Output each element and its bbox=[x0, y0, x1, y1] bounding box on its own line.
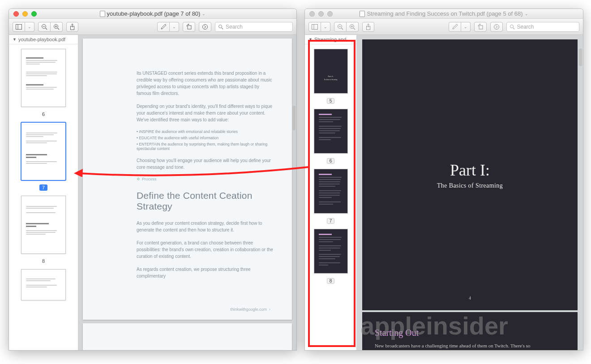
chapter-subheading: The Basics of Streaming bbox=[437, 182, 503, 189]
main-scrollbar[interactable] bbox=[579, 48, 582, 66]
svg-line-29 bbox=[513, 28, 514, 29]
view-mode-button[interactable] bbox=[308, 22, 321, 32]
preview-window-youtube: youtube-playbook.pdf (page 7 of 80) ⌄ ⌄ bbox=[9, 9, 297, 351]
body-text: For content generation, a brand can choo… bbox=[137, 240, 274, 260]
page-footer: thinkwithgoogle.com bbox=[230, 307, 267, 312]
page-thumbnail-8[interactable]: 8 bbox=[9, 196, 78, 265]
disclosure-triangle-icon[interactable]: ▼ bbox=[13, 37, 17, 42]
share-button[interactable] bbox=[66, 22, 78, 32]
markup-toolbar-button[interactable] bbox=[490, 22, 503, 32]
view-mode-dropdown[interactable]: ⌄ bbox=[25, 22, 34, 32]
zoom-out-button[interactable] bbox=[334, 22, 347, 32]
window-title: Streaming and Finding Success on Twitch.… bbox=[305, 10, 583, 17]
view-mode-button[interactable] bbox=[13, 22, 25, 32]
minimize-button[interactable] bbox=[318, 11, 324, 17]
zoom-button[interactable] bbox=[31, 11, 37, 17]
share-button[interactable] bbox=[362, 22, 374, 32]
view-mode-dropdown[interactable]: ⌄ bbox=[321, 22, 330, 32]
svg-line-19 bbox=[342, 28, 343, 30]
page-thumbnail-5[interactable]: Part I:The Basics of Streaming 5 bbox=[305, 49, 356, 104]
svg-point-13 bbox=[219, 25, 222, 28]
svg-point-28 bbox=[510, 25, 513, 28]
document-icon bbox=[100, 11, 105, 17]
list-item: EDUCATE the audience with useful informa… bbox=[137, 136, 274, 140]
search-field[interactable]: Search bbox=[215, 22, 293, 32]
section-heading: Define the Content Ceation Strategy bbox=[137, 190, 274, 212]
svg-rect-0 bbox=[16, 24, 22, 29]
page-thumbnail-7[interactable]: 7 bbox=[305, 169, 356, 224]
page-number: 4 bbox=[469, 295, 471, 300]
titlebar[interactable]: youtube-playbook.pdf (page 7 of 80) ⌄ bbox=[9, 9, 296, 19]
traffic-lights bbox=[305, 11, 333, 17]
sidebar-title: Streaming and... bbox=[314, 37, 351, 42]
svg-point-12 bbox=[203, 24, 208, 29]
list-item: ENTERTAIN the audience by surprising the… bbox=[137, 142, 274, 151]
thumbnail-list[interactable]: Part I:The Basics of Streaming 5 6 7 bbox=[305, 44, 356, 350]
title-chevron-icon[interactable]: ⌄ bbox=[525, 12, 528, 16]
thumbnail-list[interactable]: 6 7 8 bbox=[9, 44, 78, 350]
page-thumbnail-6[interactable]: 6 bbox=[305, 109, 356, 164]
document-page-5: Part I: The Basics of Streaming 4 bbox=[362, 39, 578, 310]
zoom-in-button[interactable] bbox=[51, 22, 63, 32]
page-number-label: 7 bbox=[39, 184, 47, 191]
page-number-label: 5 bbox=[327, 98, 335, 104]
zoom-out-button[interactable] bbox=[38, 22, 51, 32]
sidebar-header[interactable]: ▼ youtube-playbook.pdf bbox=[9, 35, 78, 44]
close-button[interactable] bbox=[309, 11, 315, 17]
preview-window-twitch: Streaming and Finding Success on Twitch.… bbox=[304, 9, 583, 351]
thumbnail-sidebar: ▼ Streaming and... Part I:The Basics of … bbox=[305, 35, 357, 350]
sidebar-header[interactable]: ▼ Streaming and... bbox=[305, 35, 356, 44]
page-number-label: 6 bbox=[39, 111, 47, 117]
page-thumbnail-9[interactable] bbox=[9, 269, 78, 300]
body-text: Depending on your brand's identity, you'… bbox=[137, 103, 274, 123]
svg-line-8 bbox=[58, 28, 60, 30]
toolbar: ⌄ ⌄ Search bbox=[9, 19, 296, 35]
body-text: Its UNSTAGED concert series extends this… bbox=[137, 70, 274, 97]
body-text: As regards content creation, we propose … bbox=[137, 266, 274, 279]
svg-line-4 bbox=[46, 28, 47, 30]
markup-dropdown[interactable]: ⌄ bbox=[461, 22, 471, 32]
traffic-lights bbox=[9, 11, 37, 17]
page-number-label: 6 bbox=[327, 158, 335, 164]
page-number-label: 7 bbox=[327, 218, 335, 224]
thumbnail-sidebar: ▼ youtube-playbook.pdf 6 7 8 bbox=[9, 35, 78, 350]
page-number-label: 8 bbox=[327, 278, 335, 284]
document-page-7: Its UNSTAGED concert series extends this… bbox=[83, 39, 292, 320]
watermark: appleinsider bbox=[360, 311, 508, 340]
titlebar[interactable]: Streaming and Finding Success on Twitch.… bbox=[305, 9, 583, 19]
list-item: INSPIRE the audience with emotional and … bbox=[137, 129, 274, 134]
document-icon bbox=[360, 11, 365, 17]
document-view[interactable]: Part I: The Basics of Streaming 4 Starti… bbox=[357, 35, 583, 350]
zoom-button[interactable] bbox=[327, 11, 333, 17]
body-text: As you define your content creation stra… bbox=[137, 220, 274, 233]
search-field[interactable]: Search bbox=[506, 22, 580, 32]
svg-line-23 bbox=[354, 28, 355, 30]
markup-pencil-button[interactable] bbox=[157, 22, 170, 32]
minimize-button[interactable] bbox=[22, 11, 28, 17]
page-number-label: 8 bbox=[39, 258, 47, 264]
process-label: ✲Process bbox=[137, 177, 274, 181]
zoom-in-button[interactable] bbox=[347, 22, 359, 32]
document-page-8: types of content in the following framew… bbox=[83, 323, 292, 350]
window-title: youtube-playbook.pdf (page 7 of 80) ⌄ bbox=[9, 10, 296, 17]
sidebar-title: youtube-playbook.pdf bbox=[18, 37, 65, 42]
close-button[interactable] bbox=[13, 11, 19, 17]
chapter-heading: Part I: bbox=[450, 161, 490, 180]
body-text: Choosing how you'll engage your audience… bbox=[137, 157, 274, 171]
markup-toolbar-button[interactable] bbox=[199, 22, 211, 32]
page-thumbnail-7[interactable]: 7 bbox=[9, 122, 78, 191]
markup-dropdown[interactable]: ⌄ bbox=[170, 22, 179, 32]
svg-rect-26 bbox=[479, 26, 483, 29]
title-chevron-icon[interactable]: ⌄ bbox=[202, 12, 206, 16]
body-text: New broadcasters have a challenging time… bbox=[375, 343, 565, 349]
page-thumbnail-6[interactable]: 6 bbox=[9, 49, 78, 118]
toolbar: ⌄ ⌄ Search bbox=[305, 19, 583, 35]
svg-point-27 bbox=[494, 24, 499, 29]
rotate-button[interactable] bbox=[474, 22, 487, 32]
rotate-button[interactable] bbox=[183, 22, 195, 32]
page-thumbnail-8[interactable]: 8 bbox=[305, 229, 356, 284]
disclosure-triangle-icon[interactable]: ▼ bbox=[308, 37, 313, 42]
markup-pencil-button[interactable] bbox=[449, 22, 461, 32]
main-scrollbar[interactable] bbox=[292, 106, 296, 130]
document-view[interactable]: Its UNSTAGED concert series extends this… bbox=[78, 35, 296, 350]
